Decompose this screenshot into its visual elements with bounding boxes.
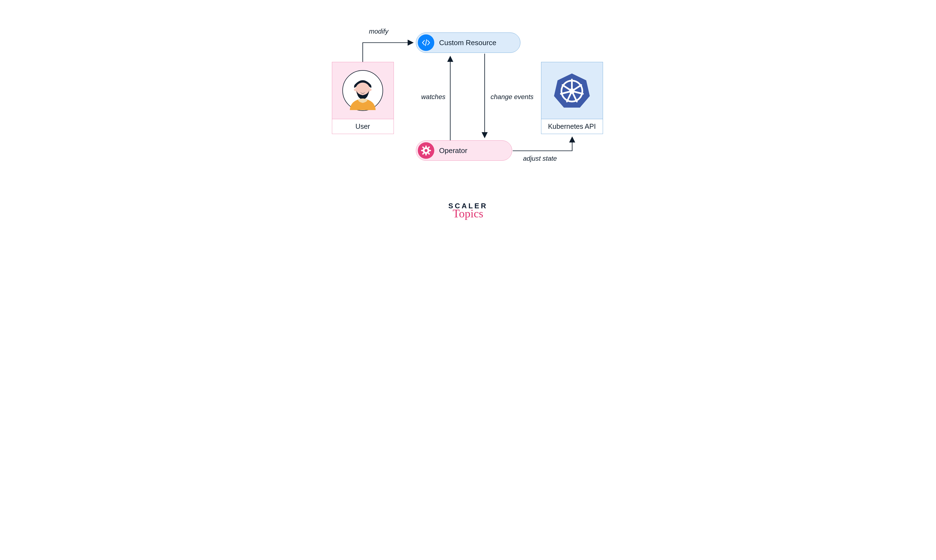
label-watches: watches [421, 93, 446, 101]
footer-brand: SCALER Topics [448, 202, 488, 219]
brand-topics: Topics [448, 208, 488, 219]
label-modify: modify [369, 28, 389, 35]
arrows-layer [276, 0, 661, 230]
label-change-events: change events [491, 93, 534, 101]
diagram-canvas: User Custom Resource [276, 0, 661, 230]
edge-modify [363, 43, 413, 62]
edge-adjust-state [513, 137, 572, 151]
label-adjust-state: adjust state [523, 155, 557, 162]
